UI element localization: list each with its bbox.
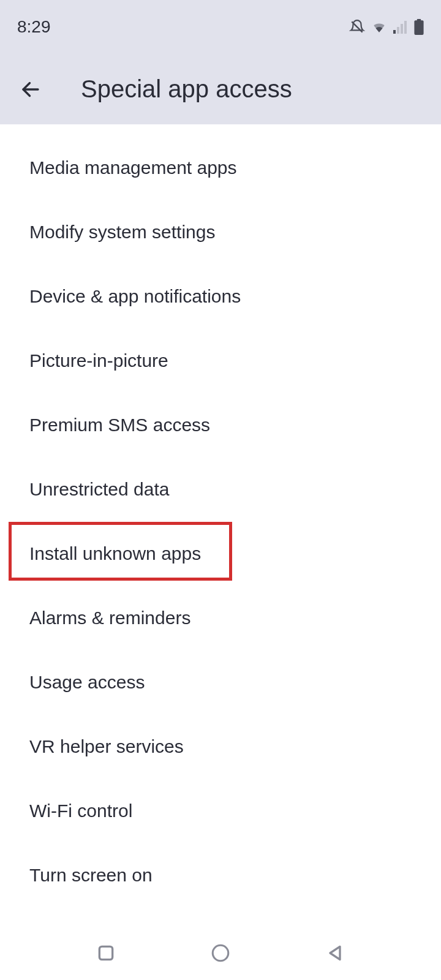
item-device-app-notifications[interactable]: Device & app notifications (0, 264, 441, 328)
list-item-label: Modify system settings (29, 222, 215, 243)
list-item-label: Media management apps (29, 157, 237, 178)
page-title: Special app access (81, 75, 292, 103)
list-item-label: Install unknown apps (29, 543, 201, 564)
signal-icon (393, 20, 408, 34)
item-install-unknown-apps[interactable]: Install unknown apps (0, 521, 441, 586)
list-item-label: Alarms & reminders (29, 608, 190, 628)
item-vr-helper-services[interactable]: VR helper services (0, 714, 441, 778)
list-item-label: Turn screen on (29, 865, 153, 886)
home-button[interactable] (207, 940, 234, 967)
svg-rect-5 (414, 20, 423, 35)
list-item-label: Device & app notifications (29, 286, 241, 307)
recent-apps-button[interactable] (92, 940, 119, 967)
svg-rect-2 (401, 24, 403, 34)
status-bar: 8:29 (0, 0, 441, 54)
list-item-label: Usage access (29, 672, 145, 693)
item-usage-access[interactable]: Usage access (0, 650, 441, 714)
item-alarms-reminders[interactable]: Alarms & reminders (0, 586, 441, 650)
svg-rect-1 (397, 27, 399, 34)
item-unrestricted-data[interactable]: Unrestricted data (0, 457, 441, 521)
item-wifi-control[interactable]: Wi-Fi control (0, 778, 441, 843)
svg-rect-7 (100, 946, 113, 959)
dnd-off-icon (349, 19, 365, 35)
status-icons (349, 19, 424, 35)
list-item-label: Premium SMS access (29, 415, 210, 435)
svg-point-8 (213, 945, 228, 961)
item-premium-sms-access[interactable]: Premium SMS access (0, 393, 441, 457)
wifi-icon (371, 20, 387, 34)
arrow-left-icon (20, 78, 42, 100)
item-turn-screen-on[interactable]: Turn screen on (0, 843, 441, 907)
svg-rect-0 (393, 30, 396, 34)
navigation-bar (0, 926, 441, 980)
settings-list: Media management apps Modify system sett… (0, 124, 441, 907)
item-media-management-apps[interactable]: Media management apps (0, 135, 441, 200)
triangle-left-icon (325, 943, 345, 963)
list-item-label: Unrestricted data (29, 479, 169, 500)
item-modify-system-settings[interactable]: Modify system settings (0, 200, 441, 264)
item-picture-in-picture[interactable]: Picture-in-picture (0, 328, 441, 393)
battery-icon (414, 19, 424, 35)
list-item-label: Picture-in-picture (29, 350, 168, 371)
back-nav-button[interactable] (322, 940, 349, 967)
svg-rect-3 (404, 21, 407, 34)
app-bar: Special app access (0, 54, 441, 124)
circle-icon (210, 943, 231, 963)
list-item-label: VR helper services (29, 736, 184, 757)
list-item-label: Wi-Fi control (29, 801, 132, 821)
status-time: 8:29 (17, 17, 51, 37)
square-icon (96, 943, 116, 963)
back-button[interactable] (17, 76, 44, 103)
